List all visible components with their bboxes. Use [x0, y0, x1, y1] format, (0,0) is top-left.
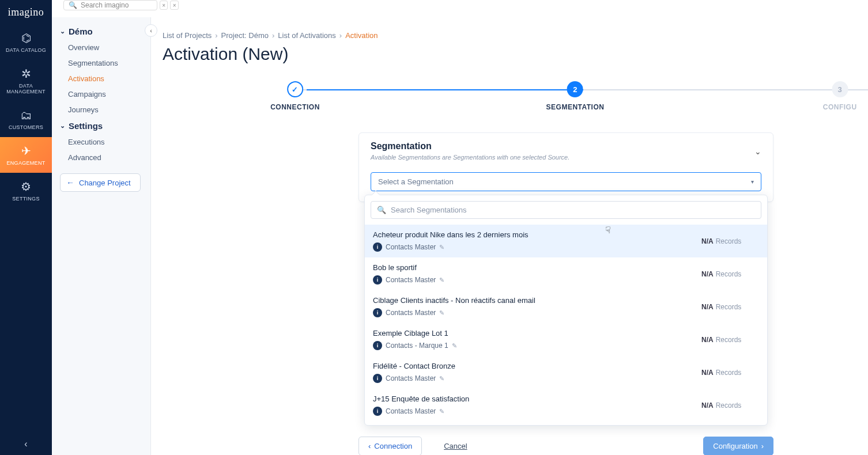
segmentation-option-name: Bob le sportif [373, 263, 444, 272]
segmentation-option-records: N/ARecords [701, 369, 759, 377]
nav-item-data-catalog[interactable]: ⌬DATA CATALOG [0, 24, 52, 60]
sidebar-item[interactable]: Advanced [55, 150, 147, 165]
nav-item-customers[interactable]: 🗂CUSTOMERS [0, 101, 52, 137]
source-badge-icon: i [373, 374, 382, 383]
source-badge-icon: i [373, 242, 382, 252]
nav-item-engagement[interactable]: ✈ENGAGEMENT [0, 137, 52, 173]
breadcrumbs: List of Projects›Project: Démo›List of A… [163, 31, 868, 40]
next-button-label: Configuration [713, 442, 757, 450]
step-segmentation[interactable]: 2 SEGMENTATION [546, 81, 605, 111]
segmentation-option-source: Contacts Master [386, 243, 436, 251]
pencil-icon: ✎ [439, 375, 444, 382]
step-line-progress [307, 89, 583, 90]
segmentation-option-name: Ciblage Clients inactifs - Non réactifs … [373, 296, 535, 305]
segmentation-option-name: Fidélité - Contact Bronze [373, 362, 455, 370]
source-badge-icon: i [373, 308, 382, 317]
breadcrumb-item[interactable]: Project: Démo [221, 31, 269, 40]
segmentation-option-records: N/ARecords [701, 401, 759, 410]
step-label: CONFIGU [823, 103, 857, 111]
pencil-icon: ✎ [452, 342, 457, 350]
pencil-icon: ✎ [439, 408, 444, 415]
settings-icon: ⚙ [21, 181, 31, 192]
sidebar-item[interactable]: Campaigns [55, 86, 147, 102]
segmentation-option-name: Acheteur produit Nike dans les 2 dernier… [373, 230, 529, 239]
change-project-label: Change Project [79, 179, 131, 187]
segmentation-panel: Segmentation Available Segmentations are… [358, 132, 773, 202]
chevron-left-icon: ‹ [368, 442, 371, 450]
breadcrumb-separator: › [272, 31, 274, 40]
next-button[interactable]: Configuration › [703, 437, 773, 455]
change-project-button[interactable]: ← Change Project [60, 173, 141, 192]
primary-nav: imagino ⌬DATA CATALOG✲DATA MANAGEMENT🗂CU… [0, 0, 52, 455]
global-search-input[interactable]: 🔍 Search imagino [63, 0, 157, 10]
nav-item-label: SETTINGS [12, 196, 39, 202]
chevron-down-icon: ⌄ [60, 122, 65, 130]
breadcrumb-item: Activation [345, 31, 378, 40]
sidebar-item[interactable]: Journeys [55, 102, 147, 117]
nav-item-label: ENGAGEMENT [6, 160, 45, 166]
segmentation-option-name: J+15 Enquête de satisfaction [373, 395, 469, 403]
segmentation-option[interactable]: J+15 Enquête de satisfactioniContacts Ma… [365, 389, 767, 422]
customers-icon: 🗂 [20, 109, 32, 121]
sidebar-group-title: Démo [69, 26, 93, 36]
nav-item-label: DATA CATALOG [6, 47, 46, 53]
back-button[interactable]: ‹ Connection [358, 437, 422, 455]
segmentation-dropdown: 🔍 Search Segmentations Acheteur produit … [364, 195, 768, 426]
sidebar-item[interactable]: Segmentations [55, 55, 147, 71]
breadcrumb-separator: › [339, 31, 342, 40]
segmentation-option[interactable]: Ciblage Clients inactifs - Non réactifs … [365, 290, 767, 323]
sidebar-group-header[interactable]: ⌄Démo [55, 23, 147, 40]
chevron-down-icon: ⌄ [754, 147, 761, 156]
nav-item-label: DATA MANAGEMENT [2, 83, 50, 94]
data-catalog-icon: ⌬ [21, 32, 31, 44]
chevron-right-icon: › [761, 442, 764, 450]
breadcrumb-item[interactable]: List of Projects [163, 31, 212, 40]
data-management-icon: ✲ [21, 68, 31, 79]
segmentation-option[interactable]: Acheteur produit Nike dans les 2 dernier… [365, 225, 767, 257]
step-circle-current: 2 [567, 81, 583, 97]
breadcrumb-item[interactable]: List of Activations [278, 31, 335, 40]
stepper: ✓ CONNECTION 2 SEGMENTATION 3 CONFIGU [163, 81, 868, 116]
nav-item-settings[interactable]: ⚙SETTINGS [0, 173, 52, 208]
cancel-button-label: Cancel [444, 442, 467, 450]
step-configuration: 3 CONFIGU [823, 81, 857, 111]
breadcrumb-separator: › [215, 31, 217, 40]
segmentation-search-placeholder: Search Segmentations [391, 206, 467, 214]
segmentation-option-records: N/ARecords [701, 270, 759, 278]
search-clear-button[interactable]: × [160, 1, 168, 10]
sidebar-item[interactable]: Activations [55, 71, 147, 86]
nav-item-data-management[interactable]: ✲DATA MANAGEMENT [0, 60, 52, 101]
sidebar-group-header[interactable]: ⌄Settings [55, 117, 147, 134]
sidebar-item[interactable]: Executions [55, 134, 147, 150]
segmentation-option[interactable]: Bob le sportifiContacts Master✎N/ARecord… [365, 257, 767, 290]
search-close-button[interactable]: × [170, 1, 179, 10]
segmentation-option-source: Contacts Master [386, 407, 436, 415]
segmentation-option[interactable]: Exemple Ciblage Lot 1iContacts - Marque … [365, 323, 767, 356]
global-search-placeholder: Search imagino [81, 1, 129, 9]
engagement-icon: ✈ [21, 145, 31, 157]
sidebar-item[interactable]: Overview [55, 40, 147, 55]
segmentation-select-placeholder: Select a Segmentation [378, 177, 454, 186]
step-label: CONNECTION [270, 103, 320, 111]
panel-collapse-button[interactable]: ⌄ [754, 141, 761, 156]
step-circle-done: ✓ [287, 81, 303, 97]
segmentation-search-input[interactable]: 🔍 Search Segmentations [371, 201, 761, 219]
project-sidebar: ‹ ⌄DémoOverviewSegmentationsActivationsC… [52, 17, 151, 455]
step-label: SEGMENTATION [546, 103, 605, 111]
segmentation-option-source: Contacts Master [386, 374, 436, 382]
main-content: List of Projects›Project: Démo›List of A… [151, 17, 868, 455]
page-title: Activation (New) [163, 44, 868, 64]
segmentation-option[interactable]: Fidélité - Contact BronzeiContacts Maste… [365, 356, 767, 389]
chevron-down-icon: ⌄ [60, 28, 65, 35]
pencil-icon: ✎ [439, 309, 444, 317]
caret-down-icon: ▾ [751, 179, 754, 185]
segmentation-option-records: N/ARecords [701, 303, 759, 311]
cancel-button[interactable]: Cancel [435, 437, 476, 455]
search-icon: 🔍 [377, 206, 386, 214]
sidebar-collapse-button[interactable]: ‹ [0, 433, 52, 455]
brand-logo: imagino [0, 0, 52, 24]
source-badge-icon: i [373, 341, 382, 350]
step-connection[interactable]: ✓ CONNECTION [270, 81, 320, 111]
pencil-icon: ✎ [439, 276, 444, 284]
segmentation-select[interactable]: Select a Segmentation ▾ [371, 172, 761, 191]
